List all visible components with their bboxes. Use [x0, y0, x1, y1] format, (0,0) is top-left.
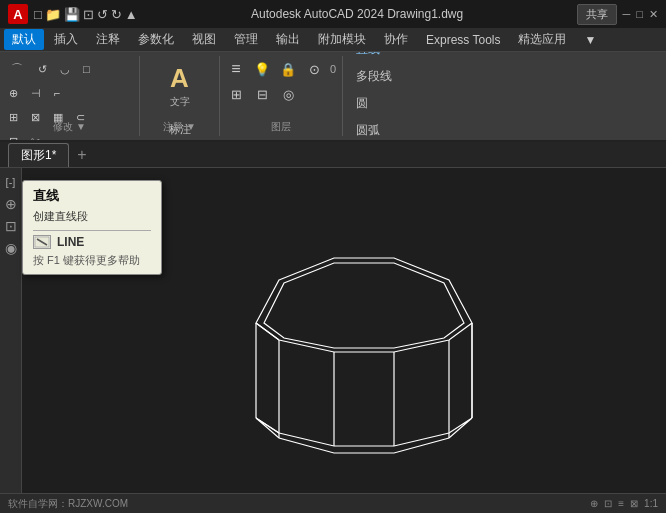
- scale-btn[interactable]: ⊠: [26, 106, 45, 128]
- open-icon[interactable]: 📁: [45, 7, 61, 22]
- layer-btn2[interactable]: 💡: [250, 58, 274, 80]
- svg-marker-9: [256, 418, 472, 453]
- new-icon[interactable]: □: [34, 7, 42, 22]
- layer-manager-btn[interactable]: ≡: [224, 58, 248, 80]
- annotate-label: 注释 ▼: [163, 120, 196, 134]
- modify-label: 修改 ▼: [53, 120, 86, 134]
- share-button[interactable]: 共享: [577, 4, 617, 25]
- save-icon[interactable]: 💾: [64, 7, 80, 22]
- tooltip-cmd-icon: [33, 235, 51, 249]
- sidebar-tool2[interactable]: ⊡: [1, 216, 21, 236]
- status-icon1[interactable]: ⊕: [590, 498, 598, 509]
- draw-group: ⌒ ↺ ◡ □ ⊕ ⊣ ⌐ ⊞ ⊠ ▦ ⊂: [0, 56, 140, 136]
- stretch-btn[interactable]: ⊟: [4, 130, 23, 142]
- maximize-icon[interactable]: □: [636, 8, 643, 20]
- menu-item-featured[interactable]: 精选应用: [510, 29, 574, 50]
- svg-marker-3: [256, 258, 472, 352]
- menu-item-insert[interactable]: 插入: [46, 29, 86, 50]
- new-tab-button[interactable]: +: [71, 143, 92, 167]
- redo-icon[interactable]: ↻: [111, 7, 122, 22]
- arc-tool-btn[interactable]: 圆弧: [347, 118, 389, 142]
- arc2-btn[interactable]: ◡: [55, 58, 75, 80]
- print-icon[interactable]: ⊡: [83, 7, 94, 22]
- undo-icon[interactable]: ↺: [97, 7, 108, 22]
- cloud-icon[interactable]: ▲: [125, 7, 138, 22]
- layer-btn4[interactable]: ⊙: [302, 58, 326, 80]
- line-tool-btn[interactable]: 直线: [347, 52, 389, 62]
- menu-item-view[interactable]: 视图: [184, 29, 224, 50]
- arc-btn[interactable]: ⌒: [4, 58, 30, 80]
- menu-bar: 默认 插入 注释 参数化 视图 管理 输出 附加模块 协作 Express To…: [0, 28, 666, 52]
- tooltip-hint: 按 F1 键获得更多帮助: [33, 253, 151, 268]
- svg-line-12: [256, 418, 279, 433]
- trim-btn[interactable]: ✂: [26, 130, 45, 142]
- draw-top-row: ⌒ ↺ ◡ □: [4, 58, 135, 80]
- status-icon3[interactable]: ≡: [618, 498, 624, 509]
- title-bar-left: A □ 📁 💾 ⊡ ↺ ↻ ▲: [8, 4, 138, 24]
- quick-access-toolbar: □ 📁 💾 ⊡ ↺ ↻ ▲: [34, 7, 138, 22]
- menu-item-collaborate[interactable]: 协作: [376, 29, 416, 50]
- annotate-group: A 文字 标注 注释 ▼: [140, 56, 220, 136]
- main-area: [-] ⊕ ⊡ ◉ 直线 创建直线段 LINE 按 F1 键获得更多帮助: [0, 168, 666, 493]
- menu-item-addons[interactable]: 附加模块: [310, 29, 374, 50]
- close-icon[interactable]: ✕: [649, 8, 658, 21]
- layer-state-btn[interactable]: ⊟: [250, 83, 274, 105]
- status-bar-right: ⊕ ⊡ ≡ ⊠ 1:1: [590, 498, 658, 509]
- drawing-tab[interactable]: 图形1*: [8, 143, 69, 167]
- menu-item-output[interactable]: 输出: [268, 29, 308, 50]
- menu-item-default[interactable]: 默认: [4, 29, 44, 50]
- sidebar-expand-icon[interactable]: [-]: [1, 172, 21, 192]
- sidebar-tool3[interactable]: ◉: [1, 238, 21, 258]
- tooltip-command: LINE: [33, 235, 151, 249]
- polyline-tool-btn[interactable]: 多段线: [347, 64, 401, 89]
- window-title: Autodesk AutoCAD 2024 Drawing1.dwg: [138, 7, 577, 21]
- menu-item-more[interactable]: ▼: [576, 31, 604, 49]
- status-icon2[interactable]: ⊡: [604, 498, 612, 509]
- website-label: 软件自学网：RJZXW.COM: [8, 497, 128, 511]
- layer-btn3[interactable]: 🔒: [276, 58, 300, 80]
- title-bar: A □ 📁 💾 ⊡ ↺ ↻ ▲ Autodesk AutoCAD 2024 Dr…: [0, 0, 666, 28]
- menu-item-parametric[interactable]: 参数化: [130, 29, 182, 50]
- mirror-btn[interactable]: ⊣: [26, 82, 46, 104]
- menu-item-annotate[interactable]: 注释: [88, 29, 128, 50]
- text-btn[interactable]: A 文字: [158, 58, 202, 114]
- tooltip-cmd-text: LINE: [57, 235, 84, 249]
- left-sidebar: [-] ⊕ ⊡ ◉: [0, 168, 22, 493]
- layer-prop-btn[interactable]: ⊞: [224, 83, 248, 105]
- tooltip-desc: 创建直线段: [33, 209, 151, 224]
- draw-left-group: 直线 多段线 圆 圆弧: [343, 56, 433, 136]
- ribbon: ⌒ ↺ ◡ □ ⊕ ⊣ ⌐ ⊞ ⊠ ▦ ⊂: [0, 52, 666, 142]
- svg-marker-2: [264, 263, 464, 348]
- fillet-btn[interactable]: ⌐: [49, 82, 65, 104]
- status-icon4[interactable]: ⊠: [630, 498, 638, 509]
- status-bar: 软件自学网：RJZXW.COM ⊕ ⊡ ≡ ⊠ 1:1: [0, 493, 666, 513]
- tooltip-title: 直线: [33, 187, 151, 205]
- copy-btn[interactable]: ⊞: [4, 106, 23, 128]
- layer-iso-btn[interactable]: ◎: [276, 83, 300, 105]
- minimize-icon[interactable]: ─: [623, 8, 631, 20]
- menu-item-express-tools[interactable]: Express Tools: [418, 31, 508, 49]
- app-icon[interactable]: A: [8, 4, 28, 24]
- sidebar-tool1[interactable]: ⊕: [1, 194, 21, 214]
- layer-label: 图层: [271, 120, 291, 134]
- layers-group: ≡ 💡 🔒 ⊙ 0 ⊞ ⊟ ◎ 图层: [220, 56, 343, 136]
- rect-btn[interactable]: □: [78, 58, 95, 80]
- move-btn[interactable]: ⊕: [4, 82, 23, 104]
- tab-bar: 图形1* +: [0, 142, 666, 168]
- zoom-level: 1:1: [644, 498, 658, 509]
- tooltip-popup: 直线 创建直线段 LINE 按 F1 键获得更多帮助: [22, 180, 162, 275]
- draw-mid-row: ⊕ ⊣ ⌐: [4, 82, 135, 104]
- circle-tool-btn[interactable]: 圆: [347, 91, 377, 116]
- menu-item-manage[interactable]: 管理: [226, 29, 266, 50]
- tooltip-divider: [33, 230, 151, 231]
- rotate-btn[interactable]: ↺: [33, 58, 52, 80]
